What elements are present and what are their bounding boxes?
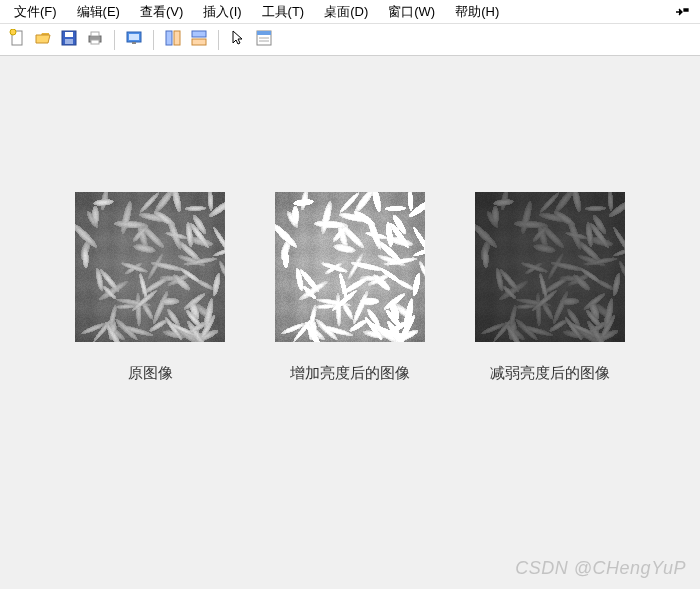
print-icon — [86, 29, 104, 50]
svg-rect-7 — [91, 40, 99, 44]
menu-tools[interactable]: 工具(T) — [252, 1, 315, 23]
svg-rect-12 — [174, 31, 180, 45]
menu-view[interactable]: 查看(V) — [130, 1, 193, 23]
image-original — [75, 192, 225, 342]
tile-horizontal-icon — [164, 29, 182, 50]
toolbar-separator — [218, 30, 219, 50]
new-file-button[interactable] — [6, 29, 28, 51]
caption-darker: 减弱亮度后的图像 — [490, 364, 610, 383]
svg-rect-9 — [129, 34, 139, 40]
print-button[interactable] — [84, 29, 106, 51]
figure-row: 原图像 增加亮度后的图像 减弱亮度后的图像 — [0, 192, 700, 383]
tile-horizontal-button[interactable] — [162, 29, 184, 51]
pointer-button[interactable] — [227, 29, 249, 51]
tile-vertical-icon — [190, 29, 208, 50]
open-button[interactable] — [32, 29, 54, 51]
svg-rect-14 — [192, 39, 206, 45]
menu-edit[interactable]: 编辑(E) — [67, 1, 130, 23]
figure-original: 原图像 — [75, 192, 225, 383]
pointer-icon — [229, 29, 247, 50]
svg-rect-11 — [166, 31, 172, 45]
menu-window[interactable]: 窗口(W) — [378, 1, 445, 23]
properties-button[interactable] — [253, 29, 275, 51]
save-button[interactable] — [58, 29, 80, 51]
figure-darker: 减弱亮度后的图像 — [475, 192, 625, 383]
svg-rect-16 — [257, 31, 271, 35]
save-icon — [60, 29, 78, 50]
svg-point-1 — [10, 29, 16, 35]
menu-overflow-icon[interactable] — [668, 4, 696, 20]
watermark: CSDN @CHengYuP — [515, 558, 686, 579]
figure-brighter: 增加亮度后的图像 — [275, 192, 425, 383]
svg-rect-10 — [132, 42, 136, 44]
caption-original: 原图像 — [128, 364, 173, 383]
toolbar-separator — [114, 30, 115, 50]
new-file-icon — [8, 29, 26, 50]
caption-brighter: 增加亮度后的图像 — [290, 364, 410, 383]
tile-vertical-button[interactable] — [188, 29, 210, 51]
toolbar — [0, 24, 700, 56]
menu-file[interactable]: 文件(F) — [4, 1, 67, 23]
open-folder-icon — [34, 29, 52, 50]
svg-rect-6 — [91, 32, 99, 36]
menu-insert[interactable]: 插入(I) — [193, 1, 251, 23]
toolbar-separator — [153, 30, 154, 50]
menu-help[interactable]: 帮助(H) — [445, 1, 509, 23]
screen-icon — [125, 29, 143, 50]
menu-bar: 文件(F) 编辑(E) 查看(V) 插入(I) 工具(T) 桌面(D) 窗口(W… — [0, 0, 700, 24]
svg-rect-13 — [192, 31, 206, 37]
image-darker — [475, 192, 625, 342]
screen-button[interactable] — [123, 29, 145, 51]
properties-icon — [255, 29, 273, 50]
menu-desktop[interactable]: 桌面(D) — [314, 1, 378, 23]
svg-rect-4 — [65, 39, 73, 44]
svg-rect-3 — [65, 32, 73, 37]
image-brighter — [275, 192, 425, 342]
workspace: 原图像 增加亮度后的图像 减弱亮度后的图像 CSDN @CHengYuP — [0, 56, 700, 589]
